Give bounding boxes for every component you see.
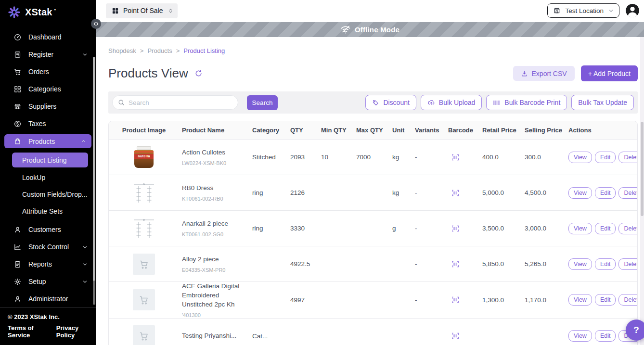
- sidebar-collapse-button[interactable]: [91, 19, 101, 29]
- avatar[interactable]: [626, 4, 639, 17]
- sidebar-item-setup[interactable]: Setup: [0, 273, 96, 290]
- search-input[interactable]: [112, 95, 238, 110]
- cell-barcode[interactable]: [448, 225, 482, 232]
- cell-max-qty: 7000: [356, 153, 392, 161]
- sidebar-item-suppliers[interactable]: Suppliers: [0, 98, 96, 115]
- cell-barcode[interactable]: [448, 261, 482, 268]
- sidebar-item-reports[interactable]: Reports: [0, 256, 96, 273]
- add-product-button[interactable]: + Add Product: [581, 65, 638, 81]
- bulk-barcode-print-button[interactable]: Bulk Barcode Print: [486, 95, 567, 110]
- sidebar-item-categories[interactable]: Categories: [0, 80, 96, 98]
- breadcrumb-item-products[interactable]: Products: [147, 47, 172, 54]
- sidebar-item-label: Suppliers: [28, 102, 88, 110]
- sidebar-item-label: Products: [28, 138, 74, 145]
- edit-button[interactable]: Edit: [595, 258, 616, 270]
- edit-button[interactable]: Edit: [595, 223, 616, 234]
- cell-product-name: ACE Galleria Digital Embroidered Unstitc…: [182, 282, 252, 318]
- page-scrollbar[interactable]: [640, 37, 644, 345]
- cell-selling-price: 5,265.0: [525, 260, 568, 268]
- cell-barcode[interactable]: [448, 296, 482, 303]
- barcode-icon: [451, 225, 459, 232]
- column-header-selling-price: Selling Price: [525, 127, 568, 134]
- product-sku: KT0061-002-SG0: [182, 231, 249, 237]
- cell-actions: ViewEditDelete: [568, 258, 637, 270]
- delete-button[interactable]: Delete: [618, 223, 638, 234]
- breadcrumb-item-product-listing[interactable]: Product Listing: [183, 47, 225, 54]
- sidebar-item-products[interactable]: Products: [4, 134, 91, 148]
- grid-icon: [13, 85, 22, 93]
- delete-button[interactable]: Delete: [618, 187, 638, 199]
- delete-button[interactable]: Delete: [618, 294, 638, 306]
- sidebar-item-dashboard[interactable]: Dashboard: [0, 28, 96, 46]
- sidebar-item-stock-control[interactable]: Stock Control: [0, 238, 96, 256]
- location-select[interactable]: Test Location: [547, 3, 619, 18]
- column-header-product-image: Product Image: [109, 127, 182, 134]
- cell-retail-price: 3,500.0: [482, 225, 525, 232]
- table-body: nutellaAction CullotesLW0224-XSM-BK0Stit…: [109, 140, 637, 345]
- bag-icon: [13, 137, 22, 145]
- products-table: Product ImageProduct NameCategoryQTYMin …: [108, 121, 638, 345]
- sidebar-item-customers[interactable]: Customers: [0, 221, 96, 238]
- discount-button[interactable]: Discount: [365, 95, 416, 110]
- help-button[interactable]: ?: [626, 319, 644, 341]
- brand[interactable]: XStak ▪: [0, 0, 96, 26]
- delete-button[interactable]: Delete: [618, 258, 638, 270]
- sidebar-item-lookup[interactable]: LookUp: [0, 169, 96, 186]
- cell-min-qty: 10: [321, 153, 356, 161]
- placeholder-cart-image: [133, 254, 155, 275]
- refresh-icon[interactable]: [194, 69, 203, 77]
- sidebar-submenu: Product ListingLookUpCustom Fields/Drop.…: [0, 150, 96, 221]
- sidebar: XStak ▪ DashboardRegisterOrdersCategorie…: [0, 0, 96, 345]
- bulk-tax-update-button[interactable]: Bulk Tax Update: [571, 95, 634, 110]
- edit-button[interactable]: Edit: [595, 152, 616, 163]
- privacy-policy-link[interactable]: Privacy Policy: [56, 324, 88, 339]
- view-button[interactable]: View: [568, 152, 592, 163]
- delete-button[interactable]: Delete: [618, 152, 638, 163]
- product-name: Testing Priyanshi...: [182, 332, 249, 341]
- product-sku: '401300: [182, 312, 249, 318]
- cell-retail-price: 5,000.0: [482, 189, 525, 196]
- breadcrumb-item-shopdesk[interactable]: Shopdesk: [108, 47, 136, 54]
- sidebar-item-orders[interactable]: Orders: [0, 63, 96, 80]
- brand-trademark: ▪: [54, 7, 56, 12]
- storefront-icon: [13, 102, 22, 111]
- column-header-max-qty: Max QTY: [356, 127, 392, 134]
- view-button[interactable]: View: [568, 187, 592, 199]
- storefront-icon: [553, 7, 561, 14]
- sidebar-item-product-listing[interactable]: Product Listing: [12, 153, 88, 167]
- sidebar-item-taxes[interactable]: Taxes: [0, 115, 96, 132]
- cell-retail-price: 400.0: [482, 153, 525, 161]
- cell-barcode[interactable]: [448, 332, 482, 339]
- terms-of-service-link[interactable]: Terms of Service: [8, 324, 45, 339]
- xstak-logo-icon: [8, 6, 21, 19]
- sidebar-item-label: Setup: [28, 278, 76, 285]
- page-scrollbar-thumb[interactable]: [641, 122, 644, 216]
- search-icon: [117, 99, 125, 106]
- edit-button[interactable]: Edit: [595, 187, 616, 199]
- edit-button[interactable]: Edit: [595, 294, 616, 306]
- app-switcher-button[interactable]: Point Of Sale: [106, 3, 178, 18]
- sidebar-item-register[interactable]: Register: [0, 46, 96, 63]
- sidebar-scrollbar-thumb[interactable]: [93, 281, 95, 305]
- view-button[interactable]: View: [568, 330, 592, 342]
- sidebar-scrollbar[interactable]: [93, 57, 95, 305]
- sidebar-item-attribute-sets[interactable]: Attribute Sets: [0, 203, 96, 219]
- cell-barcode[interactable]: [448, 190, 482, 196]
- cell-qty: 3330: [290, 225, 321, 232]
- export-csv-button[interactable]: Export CSV: [513, 66, 575, 81]
- chevron-down-icon: [82, 279, 88, 285]
- sidebar-item-administrator[interactable]: Administrator: [0, 290, 96, 307]
- view-button[interactable]: View: [568, 294, 592, 306]
- offline-banner-label: Offline Mode: [355, 26, 399, 34]
- sidebar-item-custom-fields-drop[interactable]: Custom Fields/Drop...: [0, 186, 96, 203]
- product-name: RB0 Dress: [182, 184, 249, 193]
- edit-button[interactable]: Edit: [595, 330, 616, 342]
- view-button[interactable]: View: [568, 223, 592, 234]
- size-chart-product-image: [130, 180, 157, 205]
- cell-barcode[interactable]: [448, 154, 482, 161]
- view-button[interactable]: View: [568, 258, 592, 270]
- cell-selling-price: 4,500.0: [525, 189, 568, 196]
- sidebar-nav: DashboardRegisterOrdersCategoriesSupplie…: [0, 26, 96, 307]
- bulk-upload-button[interactable]: Bulk Upload: [421, 95, 482, 110]
- search-button[interactable]: Search: [247, 95, 278, 110]
